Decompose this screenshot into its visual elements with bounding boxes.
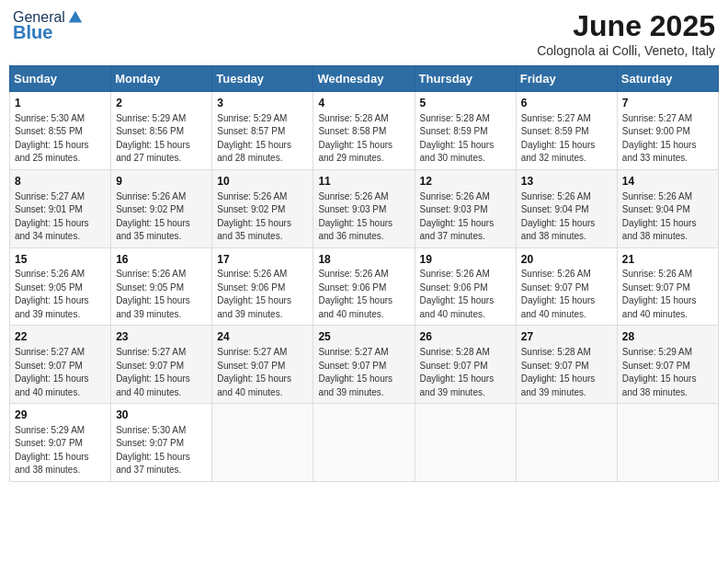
calendar-cell: 5Sunrise: 5:28 AM Sunset: 8:59 PM Daylig… xyxy=(415,92,516,170)
day-info: Sunrise: 5:29 AM Sunset: 9:07 PM Dayligh… xyxy=(622,346,713,399)
day-number: 25 xyxy=(318,329,409,345)
day-number: 8 xyxy=(15,174,106,190)
logo: General Blue xyxy=(13,9,84,43)
day-info: Sunrise: 5:26 AM Sunset: 9:03 PM Dayligh… xyxy=(318,190,409,244)
calendar-week-row: 29Sunrise: 5:29 AM Sunset: 9:07 PM Dayli… xyxy=(10,404,719,482)
calendar-cell: 27Sunrise: 5:28 AM Sunset: 9:07 PM Dayli… xyxy=(516,326,617,404)
calendar-cell: 13Sunrise: 5:26 AM Sunset: 9:04 PM Dayli… xyxy=(516,169,617,247)
calendar-cell: 11Sunrise: 5:26 AM Sunset: 9:03 PM Dayli… xyxy=(313,169,415,247)
day-number: 26 xyxy=(420,329,511,345)
day-number: 18 xyxy=(318,252,409,268)
day-info: Sunrise: 5:27 AM Sunset: 9:00 PM Dayligh… xyxy=(622,112,713,166)
day-number: 13 xyxy=(521,174,612,190)
calendar-cell: 14Sunrise: 5:26 AM Sunset: 9:04 PM Dayli… xyxy=(617,169,718,247)
page-header: General Blue June 2025 Colognola ai Coll… xyxy=(9,9,719,58)
day-info: Sunrise: 5:29 AM Sunset: 8:56 PM Dayligh… xyxy=(116,112,207,166)
calendar-cell xyxy=(212,404,313,482)
calendar-cell: 21Sunrise: 5:26 AM Sunset: 9:07 PM Dayli… xyxy=(617,247,718,326)
day-info: Sunrise: 5:26 AM Sunset: 9:05 PM Dayligh… xyxy=(15,268,106,321)
day-header-wednesday: Wednesday xyxy=(313,66,415,92)
day-info: Sunrise: 5:26 AM Sunset: 9:07 PM Dayligh… xyxy=(622,268,713,321)
day-number: 9 xyxy=(116,174,207,190)
calendar-cell xyxy=(516,404,617,482)
calendar-cell: 1Sunrise: 5:30 AM Sunset: 8:55 PM Daylig… xyxy=(10,92,111,170)
day-info: Sunrise: 5:27 AM Sunset: 8:59 PM Dayligh… xyxy=(521,112,612,166)
day-info: Sunrise: 5:27 AM Sunset: 9:07 PM Dayligh… xyxy=(116,346,207,399)
day-number: 22 xyxy=(15,329,106,345)
day-number: 29 xyxy=(15,408,106,423)
day-number: 19 xyxy=(420,252,511,268)
calendar-cell: 4Sunrise: 5:28 AM Sunset: 8:58 PM Daylig… xyxy=(313,92,415,170)
day-info: Sunrise: 5:26 AM Sunset: 9:06 PM Dayligh… xyxy=(217,268,308,321)
day-info: Sunrise: 5:28 AM Sunset: 9:07 PM Dayligh… xyxy=(521,346,612,399)
calendar-cell: 30Sunrise: 5:30 AM Sunset: 9:07 PM Dayli… xyxy=(111,404,212,482)
day-number: 11 xyxy=(318,174,409,190)
day-info: Sunrise: 5:26 AM Sunset: 9:04 PM Dayligh… xyxy=(521,190,612,244)
calendar-cell: 6Sunrise: 5:27 AM Sunset: 8:59 PM Daylig… xyxy=(516,92,617,170)
calendar-cell xyxy=(617,404,718,482)
calendar-cell: 17Sunrise: 5:26 AM Sunset: 9:06 PM Dayli… xyxy=(212,247,313,326)
calendar-cell: 2Sunrise: 5:29 AM Sunset: 8:56 PM Daylig… xyxy=(111,92,212,170)
day-info: Sunrise: 5:27 AM Sunset: 9:01 PM Dayligh… xyxy=(15,190,106,244)
calendar-cell: 8Sunrise: 5:27 AM Sunset: 9:01 PM Daylig… xyxy=(10,169,111,247)
day-info: Sunrise: 5:26 AM Sunset: 9:03 PM Dayligh… xyxy=(420,190,511,244)
calendar-cell: 26Sunrise: 5:28 AM Sunset: 9:07 PM Dayli… xyxy=(415,326,516,404)
location-title: Colognola ai Colli, Veneto, Italy xyxy=(537,43,715,58)
day-header-sunday: Sunday xyxy=(10,66,111,92)
calendar-cell: 20Sunrise: 5:26 AM Sunset: 9:07 PM Dayli… xyxy=(516,247,617,326)
calendar-cell xyxy=(313,404,415,482)
day-number: 20 xyxy=(521,252,612,268)
day-number: 28 xyxy=(622,329,713,345)
calendar-cell: 28Sunrise: 5:29 AM Sunset: 9:07 PM Dayli… xyxy=(617,326,718,404)
calendar-week-row: 22Sunrise: 5:27 AM Sunset: 9:07 PM Dayli… xyxy=(10,326,719,404)
day-number: 15 xyxy=(15,252,106,268)
calendar-cell: 9Sunrise: 5:26 AM Sunset: 9:02 PM Daylig… xyxy=(111,169,212,247)
calendar-cell: 3Sunrise: 5:29 AM Sunset: 8:57 PM Daylig… xyxy=(212,92,313,170)
day-number: 23 xyxy=(116,329,207,345)
day-info: Sunrise: 5:26 AM Sunset: 9:02 PM Dayligh… xyxy=(217,190,308,244)
logo-icon xyxy=(67,9,84,26)
calendar-cell: 19Sunrise: 5:26 AM Sunset: 9:06 PM Dayli… xyxy=(415,247,516,326)
day-info: Sunrise: 5:26 AM Sunset: 9:06 PM Dayligh… xyxy=(318,268,409,321)
calendar-week-row: 15Sunrise: 5:26 AM Sunset: 9:05 PM Dayli… xyxy=(10,247,719,326)
day-info: Sunrise: 5:30 AM Sunset: 9:07 PM Dayligh… xyxy=(116,424,207,477)
day-number: 17 xyxy=(217,252,308,268)
day-header-friday: Friday xyxy=(516,66,617,92)
day-info: Sunrise: 5:26 AM Sunset: 9:06 PM Dayligh… xyxy=(420,268,511,321)
day-header-thursday: Thursday xyxy=(415,66,516,92)
calendar-week-row: 8Sunrise: 5:27 AM Sunset: 9:01 PM Daylig… xyxy=(10,169,719,247)
day-number: 10 xyxy=(217,174,308,190)
day-number: 5 xyxy=(420,96,511,111)
day-number: 30 xyxy=(116,408,207,423)
calendar-cell: 12Sunrise: 5:26 AM Sunset: 9:03 PM Dayli… xyxy=(415,169,516,247)
calendar-cell: 16Sunrise: 5:26 AM Sunset: 9:05 PM Dayli… xyxy=(111,247,212,326)
day-number: 4 xyxy=(318,96,409,111)
day-number: 27 xyxy=(521,329,612,345)
day-header-tuesday: Tuesday xyxy=(212,66,313,92)
day-number: 12 xyxy=(420,174,511,190)
day-info: Sunrise: 5:26 AM Sunset: 9:04 PM Dayligh… xyxy=(622,190,713,244)
day-info: Sunrise: 5:26 AM Sunset: 9:02 PM Dayligh… xyxy=(116,190,207,244)
calendar-table: SundayMondayTuesdayWednesdayThursdayFrid… xyxy=(9,65,719,482)
calendar-cell: 18Sunrise: 5:26 AM Sunset: 9:06 PM Dayli… xyxy=(313,247,415,326)
day-number: 24 xyxy=(217,329,308,345)
day-info: Sunrise: 5:28 AM Sunset: 8:58 PM Dayligh… xyxy=(318,112,409,166)
day-info: Sunrise: 5:29 AM Sunset: 8:57 PM Dayligh… xyxy=(217,112,308,166)
day-info: Sunrise: 5:27 AM Sunset: 9:07 PM Dayligh… xyxy=(15,346,106,399)
day-info: Sunrise: 5:26 AM Sunset: 9:05 PM Dayligh… xyxy=(116,268,207,321)
day-number: 6 xyxy=(521,96,612,111)
calendar-cell: 7Sunrise: 5:27 AM Sunset: 9:00 PM Daylig… xyxy=(617,92,718,170)
logo-blue-text: Blue xyxy=(13,22,52,43)
calendar-cell: 23Sunrise: 5:27 AM Sunset: 9:07 PM Dayli… xyxy=(111,326,212,404)
day-number: 3 xyxy=(217,96,308,111)
day-header-saturday: Saturday xyxy=(617,66,718,92)
calendar-cell: 29Sunrise: 5:29 AM Sunset: 9:07 PM Dayli… xyxy=(10,404,111,482)
calendar-week-row: 1Sunrise: 5:30 AM Sunset: 8:55 PM Daylig… xyxy=(10,92,719,170)
day-number: 14 xyxy=(622,174,713,190)
calendar-cell: 10Sunrise: 5:26 AM Sunset: 9:02 PM Dayli… xyxy=(212,169,313,247)
day-number: 16 xyxy=(116,252,207,268)
calendar-cell xyxy=(415,404,516,482)
day-number: 1 xyxy=(15,96,106,111)
calendar-cell: 22Sunrise: 5:27 AM Sunset: 9:07 PM Dayli… xyxy=(10,326,111,404)
day-info: Sunrise: 5:30 AM Sunset: 8:55 PM Dayligh… xyxy=(15,112,106,166)
